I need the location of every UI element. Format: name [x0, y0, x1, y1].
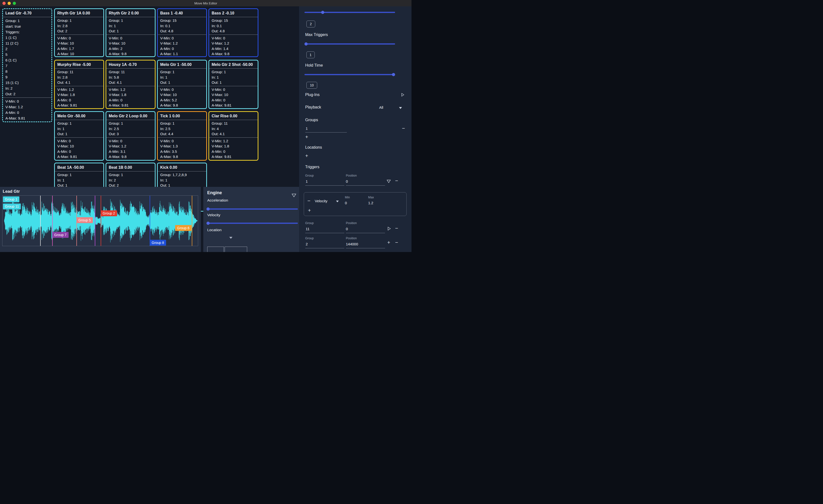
clip-card[interactable]: Lead Gtr -0.70Group: 1start: trueTrigger…	[2, 8, 52, 122]
clip-card[interactable]: Murphy Rise -5.00Group: 11In: 2.8Out: 4.…	[54, 60, 104, 109]
clip-card-stat: V-Max: 1.3	[160, 144, 204, 149]
slider-thumb[interactable]	[206, 207, 210, 211]
clip-card-stat: V-Max: 10	[212, 92, 255, 98]
card-divider	[209, 137, 258, 138]
clip-card-field: Group: 1	[212, 69, 255, 75]
waveform-marker	[192, 196, 192, 246]
waveform-marker	[150, 196, 150, 246]
group-badge[interactable]: Group 1	[3, 196, 19, 202]
groups-label: Groups	[305, 118, 318, 122]
minimize-button[interactable]	[8, 2, 11, 5]
param-select-value[interactable]: Velocity	[315, 199, 327, 203]
clip-card[interactable]: Melo Gtr 2 Loop 0.00Group: 1In: 2.5Out: …	[106, 111, 156, 161]
groups-add-button[interactable]: +	[305, 134, 308, 139]
trigger-group-field[interactable]: 2	[306, 242, 308, 246]
clip-card[interactable]: Rhyth Gtr 2 0.00Group: 1In: 1Out: 1V-Min…	[106, 8, 156, 57]
clip-card-field: Group: 1	[160, 69, 204, 75]
clip-card-stat: V-Min: 1.2	[109, 87, 152, 92]
param-remove-button[interactable]: −	[307, 198, 310, 203]
clip-card[interactable]: Tick 1 0.00Group: 1In: 2.5Out: 4.4V-Min:…	[157, 111, 207, 161]
slider-track	[305, 12, 395, 13]
clip-card-stat: V-Max: 1.2	[160, 41, 204, 46]
clip-card-field: Out: 2	[57, 28, 101, 34]
trigger-group-field[interactable]: 1	[306, 179, 308, 183]
clip-card[interactable]: Bass 1 -0.40Group: 15In: 0.1Out: 4.8V-Mi…	[157, 8, 207, 57]
clip-card-field: Out: 4.1	[109, 80, 152, 85]
trigger-remove-button[interactable]: −	[395, 178, 398, 183]
param-add-button[interactable]: +	[308, 208, 311, 213]
locations-add-button[interactable]: +	[305, 153, 308, 158]
groups-count-field[interactable]: 1	[306, 126, 308, 131]
pause-button[interactable]: PAUSE	[207, 246, 224, 252]
clip-card-field: 7	[5, 63, 49, 68]
param-dropdown-icon[interactable]	[336, 200, 339, 202]
playback-dropdown-icon[interactable]	[399, 107, 402, 109]
group-badge[interactable]: Group 2	[101, 210, 117, 216]
clip-card[interactable]: Melo Gtr 2 Shot -50.00Group: 1In: 1Out: …	[208, 60, 259, 109]
slider-thumb[interactable]	[392, 73, 395, 76]
slider-thumb[interactable]	[321, 11, 324, 14]
clip-card-field: 2	[5, 46, 49, 52]
max-triggers-label: Max Triggers	[305, 33, 328, 37]
playback-select-value[interactable]: All	[379, 105, 383, 110]
clip-card-field: In: 2.8	[57, 23, 101, 29]
clip-card[interactable]: Housy 1A -0.70Group: 11In: 5.8Out: 4.1V-…	[106, 60, 156, 109]
trigger-remove-button[interactable]: −	[395, 240, 398, 245]
trigger-position-field[interactable]: 144000	[346, 242, 358, 246]
min-value-field[interactable]: 0	[345, 201, 347, 205]
clip-card-field: In: 1	[57, 178, 101, 183]
max-triggers-slider[interactable]	[305, 42, 395, 45]
group-badge[interactable]: Group 11	[3, 203, 21, 209]
clip-card[interactable]: Rhyth Gtr 1A 0.00Group: 1In: 2.8Out: 2V-…	[54, 8, 104, 57]
groups-remove-button[interactable]: −	[402, 126, 405, 131]
clip-card[interactable]: Melo Gtr 1 -50.00Group: 1In: 1Out: 1V-Mi…	[157, 60, 207, 109]
card-divider	[106, 137, 155, 138]
restart-button[interactable]: RESTART	[224, 246, 247, 252]
plugins-expand-icon[interactable]	[400, 93, 405, 97]
trigger-position-field[interactable]: 0	[346, 227, 348, 231]
trigger-group-field[interactable]: 11	[306, 227, 310, 231]
clip-card-field: Group: 1	[109, 18, 152, 23]
clip-card-title: Melo Gtr 1 -50.00	[160, 61, 204, 67]
close-button[interactable]	[2, 2, 6, 5]
velocity-slider[interactable]	[206, 221, 298, 225]
slider-thumb[interactable]	[206, 222, 210, 225]
engine-collapse-icon[interactable]	[292, 193, 296, 197]
group-badge[interactable]: Group 7	[52, 232, 68, 238]
trigger-remove-button[interactable]: −	[395, 225, 398, 231]
maximize-button[interactable]	[13, 2, 16, 5]
slider-track	[305, 43, 395, 44]
max-value-field[interactable]: 1.2	[368, 201, 373, 205]
group-badge[interactable]: Group 8	[150, 240, 166, 245]
clip-card-field: In: 1	[212, 75, 255, 80]
clip-card-field: Out: 4.1	[212, 131, 255, 137]
slider-thumb[interactable]	[305, 42, 308, 45]
trigger-position-field[interactable]: 0	[346, 179, 348, 183]
waveform-box[interactable]: Group 1Group 11Group 7Group 5Group 2Grou…	[2, 195, 198, 246]
clip-card-field: Out: 1	[57, 131, 101, 137]
group-badge[interactable]: Group 6	[175, 225, 191, 231]
trigger-add-button[interactable]: +	[387, 240, 390, 245]
hold-time-value[interactable]: 10	[306, 82, 317, 89]
clip-card[interactable]: Bass 2 -0.10Group: 15In: 0.1Out: 4.8V-Mi…	[208, 8, 259, 57]
location-dropdown-icon[interactable]	[229, 236, 233, 239]
clip-card-field: In: 2	[109, 178, 152, 183]
trigger-play-icon[interactable]	[387, 226, 391, 231]
max-triggers-value[interactable]: 1	[306, 51, 315, 58]
trigger-collapse-icon[interactable]	[386, 179, 391, 183]
hold-time-slider[interactable]	[305, 73, 395, 76]
top-slider-value[interactable]: 2	[306, 21, 315, 27]
clip-card-stat: V-Max: 1.8	[109, 92, 152, 98]
top-slider[interactable]	[305, 11, 395, 14]
clip-card[interactable]: Clar Rise 0.00Group: 11In: 4Out: 4.1V-Mi…	[208, 111, 259, 161]
clip-card[interactable]: Melo Gtr -50.00Group: 1In: 1Out: 1V-Min:…	[54, 111, 104, 161]
acceleration-slider[interactable]	[206, 207, 298, 211]
group-badge[interactable]: Group 5	[76, 217, 93, 223]
clip-card-field: Group: 1	[109, 172, 152, 178]
min-label: Min	[345, 196, 350, 199]
position-field-label: Position	[346, 174, 357, 177]
waveform-marker	[101, 196, 101, 246]
field-underline	[346, 185, 385, 186]
clip-card-stat: V-Max: 10	[57, 144, 101, 149]
clip-card-field: In: 1	[160, 178, 204, 183]
